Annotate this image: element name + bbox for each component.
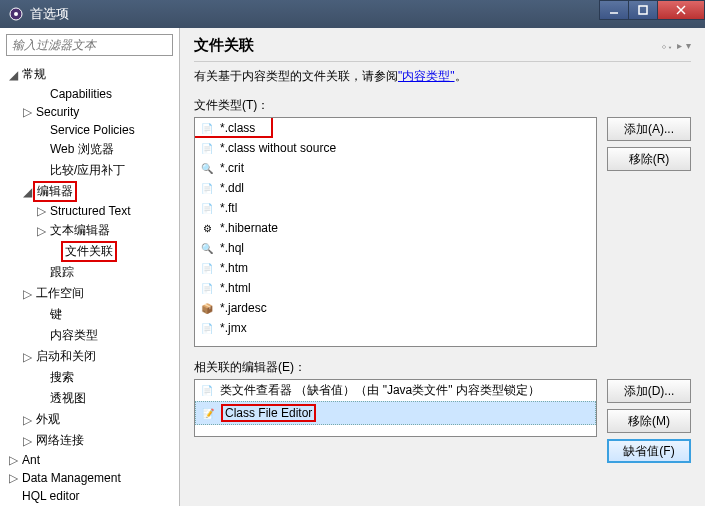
class-icon: 📄 [199, 383, 215, 399]
file-type-item[interactable]: 📄*.ftl [195, 198, 596, 218]
tree-search[interactable]: 搜索 [0, 367, 179, 388]
window-buttons [600, 0, 705, 28]
tree-file-assoc[interactable]: 文件关联 [0, 241, 179, 262]
preference-tree[interactable]: ◢常规 Capabilities ▷Security Service Polic… [0, 62, 179, 506]
file-type-item[interactable]: 📄*.html [195, 278, 596, 298]
tree-content-types[interactable]: 内容类型 [0, 325, 179, 346]
tree-capabilities[interactable]: Capabilities [0, 85, 179, 103]
page-nav: ⬦▾ ▸ ▾ [661, 40, 691, 51]
tree-compare[interactable]: 比较/应用补丁 [0, 160, 179, 181]
file-icon: 📄 [199, 200, 215, 216]
expand-icon[interactable]: ▷ [20, 434, 34, 448]
file-type-item[interactable]: ⚙*.hibernate [195, 218, 596, 238]
window-title: 首选项 [30, 5, 69, 23]
tree-ant[interactable]: ▷Ant [0, 451, 179, 469]
page-title: 文件关联 [194, 36, 254, 55]
filter-input[interactable] [6, 34, 173, 56]
expand-icon[interactable]: ▷ [20, 413, 34, 427]
expand-icon[interactable]: ▷ [20, 287, 34, 301]
file-types-label: 文件类型(T)： [194, 97, 691, 114]
gear-icon: ⚙ [199, 220, 215, 236]
editors-list[interactable]: 📄类文件查看器 （缺省值）（由 "Java类文件" 内容类型锁定） 📝Class… [194, 379, 597, 437]
add-editor-button[interactable]: 添加(D)... [607, 379, 691, 403]
content-area: ◢常规 Capabilities ▷Security Service Polic… [0, 28, 705, 506]
class-icon: 📄 [199, 120, 215, 136]
tree-service-policies[interactable]: Service Policies [0, 121, 179, 139]
editor-icon: 📝 [200, 405, 216, 421]
tree-data-mgmt[interactable]: ▷Data Management [0, 469, 179, 487]
file-type-item[interactable]: 📄*.jmx [195, 318, 596, 338]
fwd-icon[interactable]: ▸ [677, 40, 682, 51]
tree-structured-text[interactable]: ▷Structured Text [0, 202, 179, 220]
content-types-link[interactable]: "内容类型" [398, 69, 455, 83]
tree-appearance[interactable]: ▷外观 [0, 409, 179, 430]
tree-network[interactable]: ▷网络连接 [0, 430, 179, 451]
editor-item-selected[interactable]: 📝Class File Editor [195, 401, 596, 425]
file-type-item[interactable]: 📄*.ddl [195, 178, 596, 198]
search-icon: 🔍 [199, 160, 215, 176]
maximize-button[interactable] [628, 0, 658, 20]
description: 有关基于内容类型的文件关联，请参阅"内容类型"。 [194, 68, 691, 85]
close-button[interactable] [657, 0, 705, 20]
tree-startup[interactable]: ▷启动和关闭 [0, 346, 179, 367]
tree-workspace[interactable]: ▷工作空间 [0, 283, 179, 304]
file-icon: 📄 [199, 260, 215, 276]
svg-rect-3 [639, 6, 647, 14]
remove-editor-button[interactable]: 移除(M) [607, 409, 691, 433]
tree-editors[interactable]: ◢编辑器 [0, 181, 179, 202]
tree-text-editors[interactable]: ▷文本编辑器 [0, 220, 179, 241]
file-type-item[interactable]: 📄*.class without source [195, 138, 596, 158]
tree-perspectives[interactable]: 透视图 [0, 388, 179, 409]
app-icon [8, 6, 24, 22]
tree-trace[interactable]: 跟踪 [0, 262, 179, 283]
tree-web-browser[interactable]: Web 浏览器 [0, 139, 179, 160]
expand-icon[interactable]: ▷ [34, 224, 48, 238]
default-button[interactable]: 缺省值(F) [607, 439, 691, 463]
collapse-icon[interactable]: ◢ [20, 185, 34, 199]
expand-icon[interactable]: ▷ [20, 105, 34, 119]
expand-icon[interactable]: ▷ [34, 204, 48, 218]
file-icon: 📄 [199, 180, 215, 196]
collapse-icon[interactable]: ◢ [6, 68, 20, 82]
file-icon: 📄 [199, 320, 215, 336]
file-icon: 📄 [199, 280, 215, 296]
expand-icon[interactable]: ▷ [6, 471, 20, 485]
right-panel: 文件关联 ⬦▾ ▸ ▾ 有关基于内容类型的文件关联，请参阅"内容类型"。 文件类… [180, 28, 705, 506]
jar-icon: 📦 [199, 300, 215, 316]
file-type-item[interactable]: 📄*.htm [195, 258, 596, 278]
expand-icon[interactable]: ▷ [6, 453, 20, 467]
left-panel: ◢常规 Capabilities ▷Security Service Polic… [0, 28, 180, 506]
file-type-item[interactable]: 📦*.jardesc [195, 298, 596, 318]
menu-icon[interactable]: ▾ [686, 40, 691, 51]
editor-item[interactable]: 📄类文件查看器 （缺省值）（由 "Java类文件" 内容类型锁定） [195, 380, 596, 401]
file-type-item[interactable]: 📄*.class [195, 118, 596, 138]
minimize-button[interactable] [599, 0, 629, 20]
svg-point-1 [14, 12, 18, 16]
file-types-list[interactable]: 📄*.class 📄*.class without source 🔍*.crit… [194, 117, 597, 347]
tree-security[interactable]: ▷Security [0, 103, 179, 121]
back-icon[interactable]: ⬦▾ [661, 40, 673, 51]
tree-general[interactable]: ◢常规 [0, 64, 179, 85]
file-type-item[interactable]: 🔍*.hql [195, 238, 596, 258]
file-type-item[interactable]: 🔍*.crit [195, 158, 596, 178]
titlebar: 首选项 [0, 0, 705, 28]
tree-hql[interactable]: HQL editor [0, 487, 179, 505]
tree-keys[interactable]: 键 [0, 304, 179, 325]
assoc-editors-label: 相关联的编辑器(E)： [194, 359, 691, 376]
expand-icon[interactable]: ▷ [20, 350, 34, 364]
search-icon: 🔍 [199, 240, 215, 256]
class-icon: 📄 [199, 140, 215, 156]
add-file-type-button[interactable]: 添加(A)... [607, 117, 691, 141]
remove-file-type-button[interactable]: 移除(R) [607, 147, 691, 171]
